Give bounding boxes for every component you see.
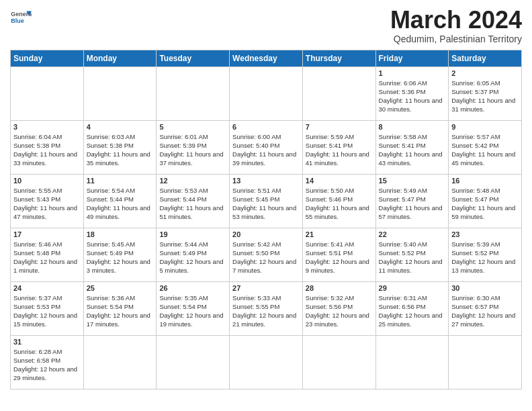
calendar-cell: [83, 66, 157, 120]
day-info: Sunrise: 6:03 AM Sunset: 5:38 PM Dayligh…: [87, 132, 154, 168]
day-number: 17: [13, 230, 81, 238]
day-info: Sunrise: 5:46 AM Sunset: 5:48 PM Dayligh…: [13, 240, 81, 275]
calendar-cell: 23Sunrise: 5:39 AM Sunset: 5:52 PM Dayli…: [449, 228, 522, 281]
day-number: 28: [306, 284, 373, 292]
calendar-cell: 17Sunrise: 5:46 AM Sunset: 5:48 PM Dayli…: [11, 228, 84, 281]
day-info: Sunrise: 5:45 AM Sunset: 5:49 PM Dayligh…: [87, 240, 154, 275]
day-number: 19: [159, 230, 226, 238]
day-number: 2: [451, 69, 519, 77]
day-info: Sunrise: 5:58 AM Sunset: 5:41 PM Dayligh…: [379, 132, 446, 168]
day-info: Sunrise: 6:00 AM Sunset: 5:40 PM Dayligh…: [232, 132, 300, 168]
calendar-week-row: 10Sunrise: 5:55 AM Sunset: 5:43 PM Dayli…: [11, 174, 522, 228]
day-of-week-header: Tuesday: [157, 50, 230, 66]
calendar-cell: 6Sunrise: 6:00 AM Sunset: 5:40 PM Daylig…: [230, 120, 303, 174]
day-number: 31: [13, 338, 81, 346]
calendar-cell: 9Sunrise: 5:57 AM Sunset: 5:42 PM Daylig…: [449, 120, 522, 174]
calendar-week-row: 31Sunrise: 6:28 AM Sunset: 6:58 PM Dayli…: [11, 335, 522, 389]
calendar-cell: 12Sunrise: 5:53 AM Sunset: 5:44 PM Dayli…: [157, 174, 230, 228]
calendar-cell: 27Sunrise: 5:33 AM Sunset: 5:55 PM Dayli…: [230, 281, 303, 335]
calendar-cell: [375, 335, 449, 389]
day-info: Sunrise: 5:53 AM Sunset: 5:44 PM Dayligh…: [159, 186, 226, 222]
day-info: Sunrise: 6:06 AM Sunset: 5:36 PM Dayligh…: [379, 79, 446, 114]
day-number: 7: [306, 123, 373, 131]
day-info: Sunrise: 5:57 AM Sunset: 5:42 PM Dayligh…: [451, 132, 519, 168]
calendar-cell: 1Sunrise: 6:06 AM Sunset: 5:36 PM Daylig…: [375, 66, 449, 120]
day-info: Sunrise: 5:33 AM Sunset: 5:55 PM Dayligh…: [232, 293, 300, 329]
calendar-cell: 26Sunrise: 5:35 AM Sunset: 5:54 PM Dayli…: [157, 281, 230, 335]
calendar-cell: 11Sunrise: 5:54 AM Sunset: 5:44 PM Dayli…: [83, 174, 157, 228]
calendar-cell: 13Sunrise: 5:51 AM Sunset: 5:45 PM Dayli…: [230, 174, 303, 228]
day-number: 16: [451, 177, 519, 185]
day-number: 30: [451, 284, 519, 292]
title-block: March 2024 Qedumim, Palestinian Territor…: [390, 7, 522, 44]
calendar-cell: 18Sunrise: 5:45 AM Sunset: 5:49 PM Dayli…: [83, 228, 157, 281]
calendar-week-row: 3Sunrise: 6:04 AM Sunset: 5:38 PM Daylig…: [11, 120, 522, 174]
calendar-cell: [302, 335, 375, 389]
day-of-week-header: Monday: [83, 50, 157, 66]
day-info: Sunrise: 6:28 AM Sunset: 6:58 PM Dayligh…: [13, 347, 81, 383]
calendar-week-row: 17Sunrise: 5:46 AM Sunset: 5:48 PM Dayli…: [11, 228, 522, 281]
day-info: Sunrise: 6:04 AM Sunset: 5:38 PM Dayligh…: [13, 132, 81, 168]
day-info: Sunrise: 5:41 AM Sunset: 5:51 PM Dayligh…: [306, 240, 373, 275]
day-info: Sunrise: 5:37 AM Sunset: 5:53 PM Dayligh…: [13, 293, 81, 329]
logo: General Blue: [10, 7, 32, 28]
day-number: 11: [87, 177, 154, 185]
calendar-cell: 16Sunrise: 5:48 AM Sunset: 5:47 PM Dayli…: [449, 174, 522, 228]
day-info: Sunrise: 5:50 AM Sunset: 5:46 PM Dayligh…: [306, 186, 373, 222]
day-number: 24: [13, 284, 81, 292]
calendar-cell: 29Sunrise: 6:31 AM Sunset: 6:56 PM Dayli…: [375, 281, 449, 335]
day-info: Sunrise: 5:48 AM Sunset: 5:47 PM Dayligh…: [451, 186, 519, 222]
calendar-cell: 14Sunrise: 5:50 AM Sunset: 5:46 PM Dayli…: [302, 174, 375, 228]
day-info: Sunrise: 5:39 AM Sunset: 5:52 PM Dayligh…: [451, 240, 519, 275]
calendar-cell: 8Sunrise: 5:58 AM Sunset: 5:41 PM Daylig…: [375, 120, 449, 174]
calendar-cell: [83, 335, 157, 389]
calendar-week-row: 24Sunrise: 5:37 AM Sunset: 5:53 PM Dayli…: [11, 281, 522, 335]
day-info: Sunrise: 6:05 AM Sunset: 5:37 PM Dayligh…: [451, 79, 519, 114]
calendar-cell: 30Sunrise: 6:30 AM Sunset: 6:57 PM Dayli…: [449, 281, 522, 335]
calendar-table: SundayMondayTuesdayWednesdayThursdayFrid…: [10, 50, 522, 390]
day-info: Sunrise: 6:30 AM Sunset: 6:57 PM Dayligh…: [451, 293, 519, 329]
calendar-cell: 5Sunrise: 6:01 AM Sunset: 5:39 PM Daylig…: [157, 120, 230, 174]
calendar-cell: [449, 335, 522, 389]
day-number: 25: [87, 284, 154, 292]
calendar-cell: 2Sunrise: 6:05 AM Sunset: 5:37 PM Daylig…: [449, 66, 522, 120]
day-info: Sunrise: 5:49 AM Sunset: 5:47 PM Dayligh…: [379, 186, 446, 222]
day-info: Sunrise: 5:32 AM Sunset: 5:56 PM Dayligh…: [306, 293, 373, 329]
calendar-cell: 31Sunrise: 6:28 AM Sunset: 6:58 PM Dayli…: [11, 335, 84, 389]
day-number: 9: [451, 123, 519, 131]
day-number: 6: [232, 123, 300, 131]
calendar-cell: 10Sunrise: 5:55 AM Sunset: 5:43 PM Dayli…: [11, 174, 84, 228]
day-number: 8: [379, 123, 446, 131]
calendar-cell: 24Sunrise: 5:37 AM Sunset: 5:53 PM Dayli…: [11, 281, 84, 335]
day-number: 14: [306, 177, 373, 185]
calendar-week-row: 1Sunrise: 6:06 AM Sunset: 5:36 PM Daylig…: [11, 66, 522, 120]
day-of-week-header: Friday: [375, 50, 449, 66]
calendar-cell: [230, 335, 303, 389]
calendar-cell: [157, 66, 230, 120]
calendar-cell: 25Sunrise: 5:36 AM Sunset: 5:54 PM Dayli…: [83, 281, 157, 335]
day-info: Sunrise: 6:01 AM Sunset: 5:39 PM Dayligh…: [159, 132, 226, 168]
calendar-cell: 22Sunrise: 5:40 AM Sunset: 5:52 PM Dayli…: [375, 228, 449, 281]
calendar-cell: 28Sunrise: 5:32 AM Sunset: 5:56 PM Dayli…: [302, 281, 375, 335]
day-of-week-header: Saturday: [449, 50, 522, 66]
logo-icon: General Blue: [10, 7, 32, 28]
day-number: 12: [159, 177, 226, 185]
calendar-cell: 15Sunrise: 5:49 AM Sunset: 5:47 PM Dayli…: [375, 174, 449, 228]
calendar-cell: [302, 66, 375, 120]
day-number: 21: [306, 230, 373, 238]
svg-text:Blue: Blue: [11, 17, 24, 24]
day-info: Sunrise: 5:44 AM Sunset: 5:49 PM Dayligh…: [159, 240, 226, 275]
day-number: 27: [232, 284, 300, 292]
day-number: 13: [232, 177, 300, 185]
day-number: 4: [87, 123, 154, 131]
day-number: 26: [159, 284, 226, 292]
day-of-week-header: Sunday: [11, 50, 84, 66]
calendar-cell: [157, 335, 230, 389]
day-number: 1: [379, 69, 446, 77]
day-number: 18: [87, 230, 154, 238]
day-of-week-header: Wednesday: [230, 50, 303, 66]
day-info: Sunrise: 5:59 AM Sunset: 5:41 PM Dayligh…: [306, 132, 373, 168]
day-info: Sunrise: 5:36 AM Sunset: 5:54 PM Dayligh…: [87, 293, 154, 329]
day-number: 15: [379, 177, 446, 185]
day-number: 3: [13, 123, 81, 131]
